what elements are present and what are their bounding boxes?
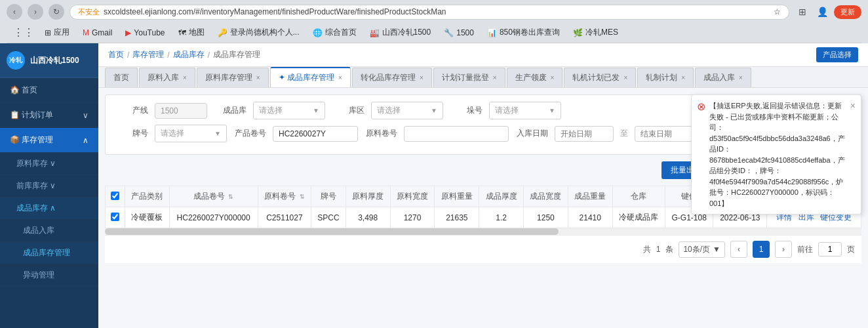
header-raw-width: 原料宽度 xyxy=(390,186,435,207)
breadcrumb-current: 成品库存管理 xyxy=(213,49,260,60)
tab-mill-plan-sent-close[interactable]: × xyxy=(623,74,627,81)
page-goto-input[interactable] xyxy=(818,242,842,256)
next-page-button[interactable]: › xyxy=(775,241,792,258)
tab-finished-inbound-close[interactable]: × xyxy=(739,74,743,81)
sidebar: 冷轧 山西冷轧1500 🏠 首页 📋 计划订单 ∨ 📦 库存管理 ∧ 原料库存 … xyxy=(0,43,98,328)
tab-raw-inbound[interactable]: 原料入库 × xyxy=(139,68,195,87)
header-finished-weight: 成品重量 xyxy=(568,186,612,207)
tab-plan-batch[interactable]: 计划订量批登 × xyxy=(433,68,505,87)
tab-finished-stock-mgmt[interactable]: ✦ 成品库存管理 × xyxy=(270,67,351,87)
bookmark-gmail[interactable]: M Gmail xyxy=(80,27,115,39)
steel-icon: 📊 xyxy=(487,28,497,37)
tab-mill-plan-sent[interactable]: 轧机计划已发 × xyxy=(564,68,636,87)
product-coil-input[interactable] xyxy=(273,126,358,142)
bookmark-login[interactable]: 🔑 登录尚德机构个人... xyxy=(215,26,302,39)
tab-converted-stock[interactable]: 转化品库存管理 × xyxy=(352,68,432,87)
line-input[interactable] xyxy=(155,103,207,119)
tab-finished-stock-close[interactable]: × xyxy=(338,74,342,81)
page-size-select[interactable]: 10条/页 ▼ xyxy=(679,241,725,258)
orders-label: 📋 计划订单 xyxy=(10,110,53,121)
product-switch-button[interactable]: 产品选择 xyxy=(816,47,858,62)
refresh-button[interactable]: ↻ xyxy=(49,4,64,20)
portal-icon: 🌐 xyxy=(313,28,323,37)
tab-raw-stock-close[interactable]: × xyxy=(256,74,260,81)
date-end-input[interactable] xyxy=(635,126,694,142)
product-coil-label: 产品卷号 xyxy=(233,128,266,139)
row-checkbox[interactable] xyxy=(111,213,119,221)
tab-mill-plan-sent-label: 轧机计划已发 xyxy=(572,72,620,83)
header-product-type: 产品类别 xyxy=(125,186,170,207)
brand-select[interactable]: 请选择 ▼ xyxy=(155,125,227,142)
sidebar-item-orders[interactable]: 📋 计划订单 ∨ xyxy=(0,103,98,128)
tab-finished-stock-mgmt-label: ✦ 成品库存管理 xyxy=(279,72,334,83)
finished-warehouse-select[interactable]: 请选择 ▼ xyxy=(253,102,325,119)
breadcrumb-finished-stock[interactable]: 成品库存 xyxy=(173,49,205,60)
tab-rolling-plan[interactable]: 轧制计划 × xyxy=(637,68,694,87)
error-close-button[interactable]: × xyxy=(850,100,856,111)
cell-raw-weight: 21635 xyxy=(435,207,479,228)
page-1-button[interactable]: 1 xyxy=(753,241,770,258)
tab-finished-inbound[interactable]: 成品入库 × xyxy=(695,68,751,87)
sidebar-sub-finished-inventory[interactable]: 成品库存 ∧ xyxy=(0,197,98,220)
tab-home[interactable]: 首页 xyxy=(105,68,138,87)
tab-raw-stock-mgmt-label: 原料库存管理 xyxy=(205,72,252,83)
chevron-down-icon: ∨ xyxy=(83,111,89,120)
error-popup: ⊗ 【抽送ERP失败,返回提示错误信息：更新失败 - 已出货或移库中资料不能更新… xyxy=(691,94,861,215)
horizontal-scrollbar[interactable] xyxy=(105,228,861,235)
bookmark-icon[interactable]: ☆ xyxy=(774,7,781,16)
bookmarks-bar: ⋮⋮ ⊞ 应用 M Gmail ▶ YouTube 🗺 地图 🔑 登录尚德机构个… xyxy=(7,24,861,43)
header-finished-thickness: 成品厚度 xyxy=(479,186,524,207)
tab-plan-batch-close[interactable]: × xyxy=(493,74,497,81)
forward-button[interactable]: › xyxy=(28,4,43,20)
raw-coil-input[interactable] xyxy=(404,126,509,142)
sidebar-sub-finished-stock-mgmt[interactable]: 成品库存管理 xyxy=(0,242,98,264)
slot-label: 垛号 xyxy=(450,105,483,116)
slot-select[interactable]: 请选择 ▼ xyxy=(489,102,561,119)
front-inventory-label: 前库库存 xyxy=(16,181,48,190)
sidebar-sub-raw-inventory[interactable]: 原料库存 ∨ xyxy=(0,153,98,175)
tab-production-waste-close[interactable]: × xyxy=(551,74,555,81)
brand-value: 请选择 xyxy=(161,128,184,139)
finished-stock-mgmt-label: 成品库存管理 xyxy=(23,248,70,257)
chevron-up-icon: ∧ xyxy=(83,136,89,145)
sidebar-sub-front-inventory[interactable]: 前库库存 ∨ xyxy=(0,175,98,197)
sidebar-sub-movement[interactable]: 异动管理 xyxy=(0,264,98,287)
prev-page-button[interactable]: ‹ xyxy=(730,241,747,258)
bookmark-sx1500[interactable]: 🏭 山西冷轧1500 xyxy=(367,26,434,39)
breadcrumb-sep-3: / xyxy=(208,51,210,60)
sidebar-sub-finished-inbound[interactable]: 成品入库 xyxy=(0,220,98,242)
bookmark-portal[interactable]: 🌐 综合首页 xyxy=(310,26,359,39)
back-button[interactable]: ‹ xyxy=(7,4,22,20)
address-bar[interactable]: 不安全 sxcoldsteel.ejianlong.com/#/inventor… xyxy=(69,5,789,20)
login-icon: 🔑 xyxy=(218,28,227,37)
tab-rolling-plan-close[interactable]: × xyxy=(681,74,685,81)
bookmark-mes[interactable]: 🌿 冷轧MES xyxy=(570,26,621,39)
tab-raw-stock-mgmt[interactable]: 原料库存管理 × xyxy=(197,68,269,87)
tab-raw-inbound-close[interactable]: × xyxy=(183,74,187,81)
page-size-arrow: ▼ xyxy=(713,245,720,254)
date-start-input[interactable] xyxy=(555,126,614,142)
profile-button[interactable]: 👤 xyxy=(814,4,830,20)
bookmark-apps[interactable]: ⊞ 应用 xyxy=(42,26,72,39)
bookmark-youtube[interactable]: ▶ YouTube xyxy=(123,27,167,39)
bookmark-maps[interactable]: 🗺 地图 xyxy=(176,26,207,39)
bookmark-850[interactable]: 📊 850钢卷出库查询 xyxy=(484,26,562,39)
sidebar-item-inventory[interactable]: 📦 库存管理 ∧ xyxy=(0,128,98,153)
sidebar-item-home[interactable]: 🏠 首页 xyxy=(0,78,98,103)
breadcrumb-home[interactable]: 首页 xyxy=(108,49,124,60)
tab-production-waste[interactable]: 生产领废 × xyxy=(507,68,563,87)
select-all-checkbox[interactable] xyxy=(111,192,119,200)
bookmark-1500[interactable]: 🔧 1500 xyxy=(441,27,477,39)
warehouse-area-select[interactable]: 请选择 ▼ xyxy=(371,102,443,119)
apps-grid-icon[interactable]: ⋮⋮ xyxy=(13,26,34,39)
warehouse-area-value: 请选择 xyxy=(377,105,401,116)
breadcrumb-inventory[interactable]: 库存管理 xyxy=(132,49,164,60)
youtube-icon: ▶ xyxy=(125,28,131,37)
select-arrow-3: ▼ xyxy=(549,107,555,114)
extensions-button[interactable]: ⊞ xyxy=(795,4,810,20)
header-raw-weight: 原料重量 xyxy=(435,186,479,207)
tab-converted-stock-close[interactable]: × xyxy=(420,74,424,81)
factory-icon: 🔧 xyxy=(444,28,454,37)
main-content: 首页 / 库存管理 / 成品库存 / 成品库存管理 产品选择 首页 原料入库 × xyxy=(98,43,868,328)
update-button[interactable]: 更新 xyxy=(834,5,861,19)
